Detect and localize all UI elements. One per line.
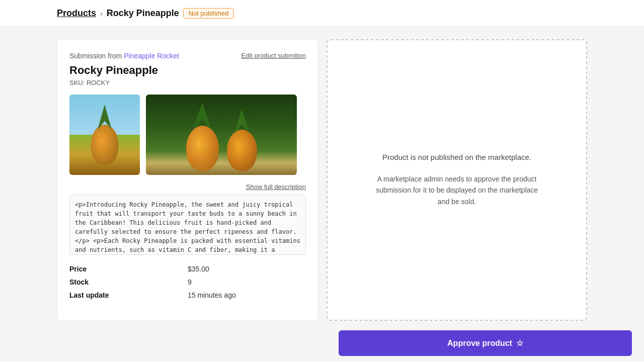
sku-value: ROCKY	[87, 79, 110, 86]
last-update-label: Last update	[69, 291, 188, 299]
not-published-message: Product is not published on the marketpl…	[382, 153, 531, 161]
product-image-2	[146, 95, 297, 175]
stock-value: 9	[188, 278, 306, 286]
price-value: $35.00	[188, 265, 306, 273]
product-details: Price $35.00 Stock 9 Last update 15 minu…	[69, 265, 306, 299]
approve-button-bar: Approve product ☆	[327, 324, 644, 362]
breadcrumb: Products › Rocky Pineapple Not published	[0, 0, 644, 27]
product-images	[69, 95, 306, 175]
breadcrumb-products-link[interactable]: Products	[57, 8, 96, 19]
vendor-link[interactable]: Pineapple Rocket	[124, 52, 179, 60]
star-icon: ☆	[516, 338, 523, 348]
product-image-1	[69, 95, 140, 175]
show-full-description-link[interactable]: Show full description	[69, 183, 306, 191]
product-description: <p>Introducing Rocky Pineapple, the swee…	[69, 195, 306, 255]
breadcrumb-separator: ›	[100, 10, 103, 18]
approve-button-label: Approve product	[447, 339, 512, 348]
submission-prefix: Submission from	[69, 52, 122, 60]
admin-approval-message: A marketplace admin needs to approve the…	[371, 173, 542, 207]
price-label: Price	[69, 265, 188, 273]
product-sku: SKU: ROCKY	[69, 79, 306, 86]
status-badge: Not published	[183, 8, 234, 19]
sku-label: SKU:	[69, 79, 85, 86]
edit-product-link[interactable]: Edit product submition	[241, 52, 306, 59]
last-update-value: 15 minutes ago	[188, 291, 306, 299]
product-title: Rocky Pineapple	[69, 64, 306, 77]
submission-info: Submission from Pineapple Rocket Edit pr…	[69, 52, 306, 60]
approve-product-button[interactable]: Approve product ☆	[339, 330, 632, 356]
main-content: Submission from Pineapple Rocket Edit pr…	[0, 27, 644, 333]
left-panel: Submission from Pineapple Rocket Edit pr…	[57, 39, 318, 321]
breadcrumb-current: Rocky Pineapple	[107, 8, 179, 19]
stock-label: Stock	[69, 278, 188, 286]
right-panel: Product is not published on the marketpl…	[327, 39, 587, 321]
